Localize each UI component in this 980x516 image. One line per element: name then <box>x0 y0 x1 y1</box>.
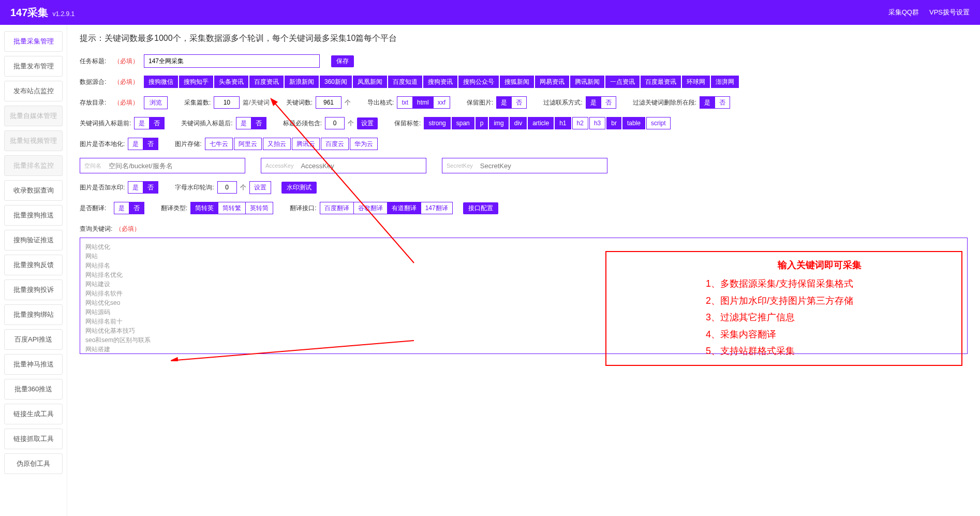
insert-after-no[interactable]: 否 <box>251 117 266 129</box>
source-tag-环球网[interactable]: 环球网 <box>682 76 710 88</box>
html-tag-div[interactable]: div <box>510 117 527 129</box>
translate-type-英转简[interactable]: 英转简 <box>246 202 273 214</box>
source-tag-百度知道[interactable]: 百度知道 <box>388 76 422 88</box>
sidebar-item-11[interactable]: 批量搜狗绑站 <box>4 304 63 325</box>
cloud-store-阿里云[interactable]: 阿里云 <box>234 138 262 150</box>
filter-contact-label: 过滤联系方式: <box>543 98 582 107</box>
source-tag-一点资讯[interactable]: 一点资讯 <box>605 76 640 88</box>
access-key-input[interactable] <box>298 158 426 173</box>
img-local-yes[interactable]: 是 <box>128 138 143 150</box>
source-tag-百度最资讯[interactable]: 百度最资讯 <box>641 76 681 88</box>
html-tag-article[interactable]: article <box>528 117 554 129</box>
translate-api-147翻译[interactable]: 147翻译 <box>421 202 453 214</box>
task-title-required: （必填） <box>114 57 139 66</box>
format-tag-txt[interactable]: txt <box>397 96 413 109</box>
watermark-rotate-input[interactable] <box>217 181 237 194</box>
secret-key-input[interactable] <box>477 158 607 173</box>
cloud-store-腾讯云[interactable]: 腾讯云 <box>292 138 320 150</box>
title-must-input[interactable] <box>325 117 345 129</box>
translate-yes[interactable]: 是 <box>114 202 129 214</box>
html-tag-h3[interactable]: h3 <box>589 117 605 129</box>
source-tag-百度资讯[interactable]: 百度资讯 <box>249 76 284 88</box>
translate-api-有道翻译[interactable]: 有道翻译 <box>388 202 421 214</box>
insert-before-no[interactable]: 否 <box>150 117 165 129</box>
sidebar-item-1[interactable]: 批量发布管理 <box>4 56 63 77</box>
sidebar-item-9[interactable]: 批量搜狗反馈 <box>4 255 63 275</box>
source-tag-澎湃网[interactable]: 澎湃网 <box>711 76 739 88</box>
task-title-input[interactable] <box>144 54 320 68</box>
img-local-no[interactable]: 否 <box>143 138 158 150</box>
cloud-store-华为云[interactable]: 华为云 <box>350 138 378 150</box>
insert-before-yes[interactable]: 是 <box>134 117 150 129</box>
kw-count-label: 关键词数: <box>286 98 313 107</box>
img-local-row: 图片是否本地化: 是 否 图片存储: 七牛云阿里云又拍云腾讯云百度云华为云 <box>80 137 968 151</box>
html-tag-h2[interactable]: h2 <box>572 117 588 129</box>
filter-para-yes[interactable]: 是 <box>700 96 715 109</box>
title-must-set-button[interactable]: 设置 <box>357 117 378 129</box>
html-tag-strong[interactable]: strong <box>424 117 450 129</box>
translate-api-百度翻译[interactable]: 百度翻译 <box>320 202 354 214</box>
keywords-textarea[interactable] <box>80 238 967 352</box>
html-tag-table[interactable]: table <box>622 117 645 129</box>
source-tag-搜狗资讯[interactable]: 搜狗资讯 <box>423 76 457 88</box>
source-tag-腾讯新闻[interactable]: 腾讯新闻 <box>570 76 604 88</box>
sidebar-item-8[interactable]: 搜狗验证推送 <box>4 230 63 250</box>
source-tag-搜狗微信[interactable]: 搜狗微信 <box>144 76 178 88</box>
translate-type-简转英[interactable]: 简转英 <box>190 202 218 214</box>
html-tag-img[interactable]: img <box>489 117 508 129</box>
sidebar-item-12[interactable]: 百度API推送 <box>4 329 63 350</box>
sidebar-item-10[interactable]: 批量搜狗投诉 <box>4 279 63 300</box>
watermark-no[interactable]: 否 <box>143 181 158 194</box>
translate-api-谷歌翻译[interactable]: 谷歌翻译 <box>354 202 388 214</box>
watermark-rotate-set-button[interactable]: 设置 <box>249 181 271 194</box>
watermark-yes[interactable]: 是 <box>128 181 143 194</box>
keep-img-yes[interactable]: 是 <box>496 96 512 109</box>
sidebar-item-6[interactable]: 收录数据查询 <box>4 180 63 201</box>
browse-button[interactable]: 浏览 <box>144 96 168 109</box>
source-tag-凤凰新闻[interactable]: 凤凰新闻 <box>353 76 387 88</box>
translate-label: 是否翻译: <box>80 204 111 213</box>
html-tag-p[interactable]: p <box>476 117 488 129</box>
translate-type-简转繁[interactable]: 简转繁 <box>218 202 246 214</box>
save-button[interactable]: 保存 <box>331 55 354 67</box>
qq-group-link[interactable]: 采集QQ群 <box>888 8 919 17</box>
source-tag-头条资讯[interactable]: 头条资讯 <box>214 76 248 88</box>
html-tag-script[interactable]: script <box>646 117 671 129</box>
source-tag-360新闻[interactable]: 360新闻 <box>320 76 352 88</box>
format-tag-xxf[interactable]: xxf <box>434 96 450 109</box>
api-config-button[interactable]: 接口配置 <box>463 202 498 214</box>
source-tag-网易资讯[interactable]: 网易资讯 <box>535 76 569 88</box>
source-tag-新浪新闻[interactable]: 新浪新闻 <box>285 76 319 88</box>
format-tag-html[interactable]: html <box>413 96 434 109</box>
space-name-input[interactable] <box>106 158 245 173</box>
sidebar-item-2[interactable]: 发布站点监控 <box>4 81 63 101</box>
filter-contact-no[interactable]: 否 <box>601 96 616 109</box>
insert-after-yes[interactable]: 是 <box>236 117 251 129</box>
cloud-store-又拍云[interactable]: 又拍云 <box>263 138 291 150</box>
source-tag-搜狐新闻[interactable]: 搜狐新闻 <box>500 76 534 88</box>
source-tag-搜狗知乎[interactable]: 搜狗知乎 <box>179 76 213 88</box>
sidebar-item-7[interactable]: 批量搜狗推送 <box>4 205 63 226</box>
sidebar-item-17[interactable]: 伪原创工具 <box>4 453 63 474</box>
translate-no[interactable]: 否 <box>129 202 144 214</box>
storage-row: 存放目录: （必填） 浏览 采集篇数: 篇/关键词 关键词数: 个 导出格式: … <box>80 96 968 109</box>
keep-img-no[interactable]: 否 <box>512 96 527 109</box>
filter-contact-yes[interactable]: 是 <box>586 96 601 109</box>
html-tag-span[interactable]: span <box>452 117 474 129</box>
count-input[interactable] <box>214 96 240 109</box>
filter-para-no[interactable]: 否 <box>715 96 730 109</box>
html-tag-br[interactable]: br <box>606 117 621 129</box>
watermark-test-button[interactable]: 水印测试 <box>281 182 317 194</box>
vps-settings-link[interactable]: VPS拨号设置 <box>929 8 970 17</box>
sidebar-item-14[interactable]: 批量360推送 <box>4 379 63 400</box>
sidebar-item-15[interactable]: 链接生成工具 <box>4 404 63 424</box>
sidebar-item-16[interactable]: 链接抓取工具 <box>4 429 63 449</box>
sidebar-item-0[interactable]: 批量采集管理 <box>4 31 63 52</box>
cloud-store-百度云[interactable]: 百度云 <box>321 138 349 150</box>
cloud-store-七牛云[interactable]: 七牛云 <box>205 138 233 150</box>
html-tag-h1[interactable]: h1 <box>555 117 571 129</box>
source-tag-搜狗公众号[interactable]: 搜狗公众号 <box>458 76 499 88</box>
sidebar-item-13[interactable]: 批量神马推送 <box>4 354 63 375</box>
kw-count-input[interactable] <box>316 96 341 109</box>
sidebar-item-5: 批量排名监控 <box>4 155 63 176</box>
